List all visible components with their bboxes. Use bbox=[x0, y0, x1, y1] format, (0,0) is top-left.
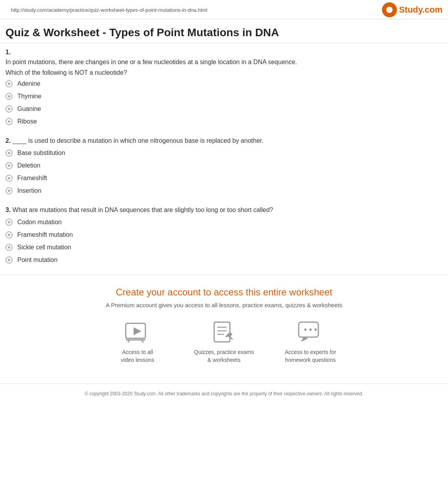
option-2-4[interactable]: Insertion bbox=[6, 187, 442, 194]
radio-icon-3-1 bbox=[6, 219, 13, 226]
radio-icon-2-3 bbox=[6, 175, 13, 182]
cta-feature-video: Access to allvideo lessons bbox=[106, 320, 169, 364]
svg-rect-5 bbox=[214, 322, 230, 342]
footer-text: © copyright 2003-2020 Study.com. All oth… bbox=[85, 391, 364, 396]
option-3-3-label: Sickle cell mutation bbox=[17, 244, 71, 251]
cta-title: Create your account to access this entir… bbox=[6, 287, 442, 298]
logo-circle bbox=[382, 2, 397, 17]
svg-point-13 bbox=[314, 328, 317, 331]
option-2-1-label: Base substitution bbox=[17, 149, 65, 157]
option-3-2[interactable]: Frameshift mutation bbox=[6, 231, 442, 238]
content-area: 1. In point mutations, there are changes… bbox=[0, 43, 448, 264]
question-3-text: 3. What are mutations that result in DNA… bbox=[6, 205, 442, 215]
radio-icon-1-3 bbox=[6, 105, 13, 112]
question-2-text: 2. ____ is used to describe a mutation i… bbox=[6, 136, 442, 146]
cta-feature-experts: Access to experts forhomework questions bbox=[279, 320, 342, 364]
option-3-4[interactable]: Point mutation bbox=[6, 256, 442, 264]
option-1-1[interactable]: Adenine bbox=[6, 80, 442, 87]
option-1-4-label: Ribose bbox=[17, 118, 37, 125]
option-2-1[interactable]: Base substitution bbox=[6, 149, 442, 157]
option-1-1-label: Adenine bbox=[17, 80, 40, 87]
option-3-4-label: Point mutation bbox=[17, 256, 57, 264]
radio-icon-3-4 bbox=[6, 256, 13, 264]
option-2-3-label: Frameshift bbox=[17, 175, 47, 182]
question-2-number: 2. bbox=[6, 137, 13, 144]
option-1-2-label: Thymine bbox=[17, 93, 41, 100]
option-2-4-label: Insertion bbox=[17, 187, 41, 194]
option-3-3[interactable]: Sickle cell mutation bbox=[6, 244, 442, 251]
svg-point-12 bbox=[309, 328, 312, 331]
chat-icon bbox=[297, 320, 324, 344]
svg-point-11 bbox=[304, 328, 307, 331]
option-3-2-label: Frameshift mutation bbox=[17, 231, 73, 238]
option-1-2[interactable]: Thymine bbox=[6, 93, 442, 100]
option-1-3-label: Guanine bbox=[17, 105, 41, 112]
cta-feature-quiz-label: Quizzes, practice exams& worksheets bbox=[194, 349, 254, 364]
question-3: 3. What are mutations that result in DNA… bbox=[6, 205, 442, 264]
radio-icon-3-2 bbox=[6, 231, 13, 238]
cta-feature-experts-label: Access to experts forhomework questions bbox=[285, 349, 336, 364]
logo-circle-inner bbox=[386, 7, 393, 13]
radio-icon-1-2 bbox=[6, 93, 13, 100]
svg-marker-1 bbox=[134, 327, 141, 335]
radio-icon-3-3 bbox=[6, 244, 13, 251]
cta-subtitle: A Premium account gives you access to al… bbox=[6, 302, 442, 308]
question-2-options: Base substitution Deletion Frameshift In… bbox=[6, 149, 442, 194]
video-icon bbox=[124, 320, 151, 344]
top-bar: http://study.com/academy/practice/quiz-w… bbox=[0, 0, 448, 19]
logo-text: Study.com bbox=[399, 5, 442, 15]
option-3-1-label: Codon mutation bbox=[17, 219, 62, 226]
question-1-text: In point mutations, there are changes in… bbox=[6, 57, 442, 67]
radio-icon-2-4 bbox=[6, 187, 13, 194]
radio-icon-2-1 bbox=[6, 149, 13, 157]
question-3-options: Codon mutation Frameshift mutation Sickl… bbox=[6, 219, 442, 264]
question-2-body: ____ is used to describe a mutation in w… bbox=[13, 137, 264, 144]
cta-section: Create your account to access this entir… bbox=[0, 275, 448, 384]
option-2-3[interactable]: Frameshift bbox=[6, 175, 442, 182]
question-1-options: Adenine Thymine Guanine Ribose bbox=[6, 80, 442, 125]
option-3-1[interactable]: Codon mutation bbox=[6, 219, 442, 226]
option-2-2[interactable]: Deletion bbox=[6, 162, 442, 169]
quiz-icon bbox=[210, 320, 238, 344]
question-1-sub: Which of the following is NOT a nucleoti… bbox=[6, 69, 442, 76]
radio-icon-1-4 bbox=[6, 118, 13, 125]
footer: © copyright 2003-2020 Study.com. All oth… bbox=[0, 384, 448, 406]
radio-icon-2-2 bbox=[6, 162, 13, 169]
cta-feature-quiz: Quizzes, practice exams& worksheets bbox=[193, 320, 255, 364]
question-1-number: 1. bbox=[6, 49, 442, 56]
page-title: Quiz & Worksheet - Types of Point Mutati… bbox=[0, 19, 448, 43]
question-3-body: What are mutations that result in DNA se… bbox=[13, 207, 273, 213]
question-1: 1. In point mutations, there are changes… bbox=[6, 49, 442, 125]
question-2: 2. ____ is used to describe a mutation i… bbox=[6, 136, 442, 194]
url-bar: http://study.com/academy/practice/quiz-w… bbox=[6, 4, 213, 16]
cta-feature-video-label: Access to allvideo lessons bbox=[121, 349, 154, 364]
radio-icon-1-1 bbox=[6, 80, 13, 87]
question-3-number: 3. bbox=[6, 207, 13, 213]
option-2-2-label: Deletion bbox=[17, 162, 40, 169]
studycom-logo: Study.com bbox=[382, 2, 442, 17]
option-1-4[interactable]: Ribose bbox=[6, 118, 442, 125]
cta-features: Access to allvideo lessons Quizzes, prac… bbox=[6, 320, 442, 364]
option-1-3[interactable]: Guanine bbox=[6, 105, 442, 112]
